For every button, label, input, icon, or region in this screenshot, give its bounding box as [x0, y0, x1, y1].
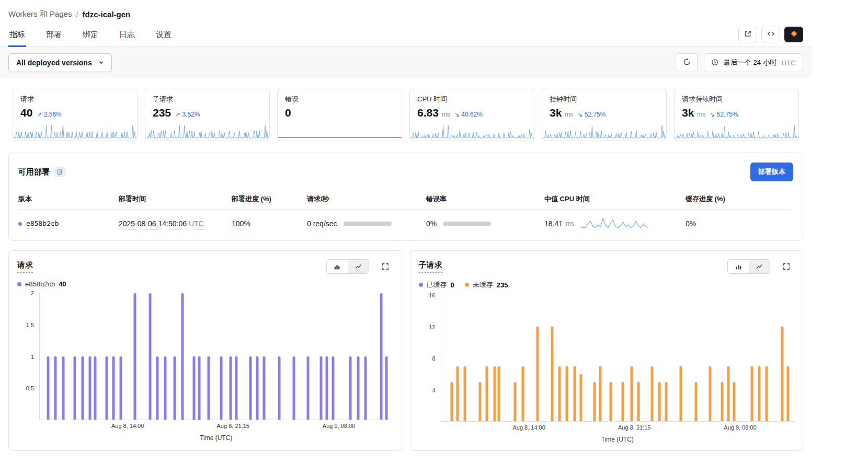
chart-bar — [637, 382, 640, 421]
chart-bar — [229, 356, 232, 420]
chart-bar — [727, 366, 729, 421]
view-code-button[interactable] — [761, 27, 780, 42]
tab-logs[interactable]: 日志 — [118, 26, 136, 47]
metric-cards-row: 请求40↗ 2.56%子请求235↗ 3.52%错误0CPU 时间6.83ms↘… — [13, 88, 799, 141]
refresh-button[interactable] — [676, 53, 698, 72]
open-external-button[interactable] — [738, 27, 757, 42]
trend-down-icon: ↘ 40.62% — [454, 111, 483, 118]
chart-bar — [120, 356, 122, 420]
metric-value: 0 — [285, 107, 291, 119]
expand-chart-button[interactable] — [779, 260, 794, 273]
chart-plot-area — [441, 294, 795, 422]
cpu-sparkline — [580, 217, 648, 230]
x-axis-title: Time (UTC) — [419, 436, 795, 443]
tab-settings[interactable]: 设置 — [155, 26, 173, 47]
breadcrumb: Workers 和 Pages / fdzc-ical-gen — [0, 0, 812, 19]
deployment-row[interactable]: e858b2cb 2025-08-06 14:50:06 UTC 100% 0 … — [18, 210, 793, 238]
bar-chart-toggle[interactable] — [327, 260, 348, 273]
legend-item[interactable]: e858b2cb40 — [17, 280, 66, 288]
chart-bar — [181, 293, 184, 420]
chevron-down-icon — [98, 59, 104, 67]
deployed-at: 2025-08-06 14:50:06 UTC — [119, 219, 204, 229]
breadcrumb-root-link[interactable]: Workers 和 Pages — [8, 9, 72, 19]
tab-metrics[interactable]: 指标 — [8, 26, 26, 47]
sparkline — [410, 123, 534, 139]
time-range-selector[interactable]: 最后一个 24 小时 UTC — [704, 53, 803, 72]
code-icon — [767, 30, 775, 39]
version-dot-icon — [18, 222, 22, 226]
chart-bar — [497, 366, 500, 421]
column-header: 部署进度 (%) — [232, 194, 307, 204]
chart-bar — [249, 356, 252, 420]
clock-icon — [711, 59, 718, 67]
req-per-sec-bar — [344, 222, 392, 226]
chart-bar — [579, 374, 582, 421]
x-tick-label: Aug 8, 14:00 — [512, 424, 545, 431]
x-axis-title: Time (UTC) — [17, 434, 393, 442]
chart-bar — [156, 356, 158, 420]
column-header: 版本 — [18, 194, 119, 204]
legend-item[interactable]: 未缓存235 — [465, 280, 508, 289]
deploy-version-button[interactable]: 部署版本 — [750, 163, 793, 181]
metric-card: 请求40↗ 2.56% — [13, 88, 138, 141]
legend-series-total: 40 — [59, 280, 66, 288]
deployments-title: 可用部署 — [18, 167, 50, 177]
tab-deployments[interactable]: 部署 — [45, 26, 63, 47]
x-tick-label: Aug 8, 14:00 — [111, 423, 144, 429]
y-tick-label: 2 — [31, 290, 34, 296]
external-link-icon — [744, 30, 752, 39]
subrequests-chart-card: 子请求 已缓存0未缓存235 — [410, 250, 804, 451]
refresh-icon — [683, 58, 691, 67]
chart-bar — [665, 382, 668, 421]
legend-dot-icon — [17, 282, 21, 286]
line-chart-toggle[interactable] — [348, 260, 369, 273]
toolbar-right: 最后一个 24 小时 UTC — [676, 53, 803, 72]
y-tick-label: 1 — [31, 354, 34, 360]
sparkline — [145, 123, 269, 139]
timezone-label: UTC — [782, 59, 796, 67]
line-chart-toggle[interactable] — [749, 260, 770, 273]
chart-bar — [62, 356, 65, 420]
column-header: 缓存进度 (%) — [686, 194, 793, 204]
chart-bar — [551, 327, 554, 421]
metric-unit: ms — [565, 111, 573, 118]
sparkline — [13, 123, 137, 139]
tab-bindings[interactable]: 绑定 — [82, 26, 99, 47]
chart-bar — [319, 356, 322, 420]
bar-chart-toggle[interactable] — [728, 260, 749, 273]
workers-diamond-icon — [790, 30, 798, 39]
sparkline — [675, 123, 798, 139]
chart-bar — [765, 366, 768, 421]
chart-type-toggle — [326, 259, 369, 274]
chart-bar — [262, 356, 265, 420]
deploy-progress-value: 100% — [232, 219, 307, 228]
chart-bar — [536, 327, 539, 421]
chart-legend: 已缓存0未缓存235 — [419, 280, 795, 289]
versions-dropdown[interactable]: All deployed versions — [8, 53, 112, 72]
chart-bar — [781, 327, 784, 421]
metric-card: 挂钟时间3kms↘ 52.75% — [542, 88, 667, 141]
column-header: 部署时间 — [119, 194, 232, 204]
tabs-nav: 指标部署绑定日志设置 — [8, 26, 173, 47]
chart-bar — [256, 356, 259, 420]
workers-playground-button[interactable] — [784, 27, 803, 42]
metric-title: 错误 — [285, 95, 394, 104]
legend-item[interactable]: 已缓存0 — [419, 280, 454, 289]
metric-card: 子请求235↗ 3.52% — [145, 88, 270, 141]
x-tick-label: Aug 9, 08:00 — [724, 424, 756, 431]
version-id[interactable]: e858b2cb — [26, 219, 59, 228]
tab-bar: 指标部署绑定日志设置 — [0, 26, 812, 47]
docs-icon[interactable] — [54, 167, 65, 177]
chart-bar — [332, 356, 334, 420]
trend-up-icon: ↗ 3.52% — [175, 111, 200, 118]
metric-title: 请求持续时间 — [682, 95, 791, 104]
legend-series-name: e858b2cb — [25, 280, 55, 288]
chart-bar — [478, 382, 481, 421]
legend-series-total: 235 — [497, 281, 508, 289]
chart-bar — [750, 366, 753, 421]
chart-bar — [631, 366, 633, 421]
column-header: 请求/秒 — [307, 194, 426, 204]
metric-card: CPU 时间6.83ms↘ 40.62% — [409, 88, 534, 141]
error-rate-value: 0% — [426, 219, 437, 228]
expand-chart-button[interactable] — [378, 260, 393, 273]
